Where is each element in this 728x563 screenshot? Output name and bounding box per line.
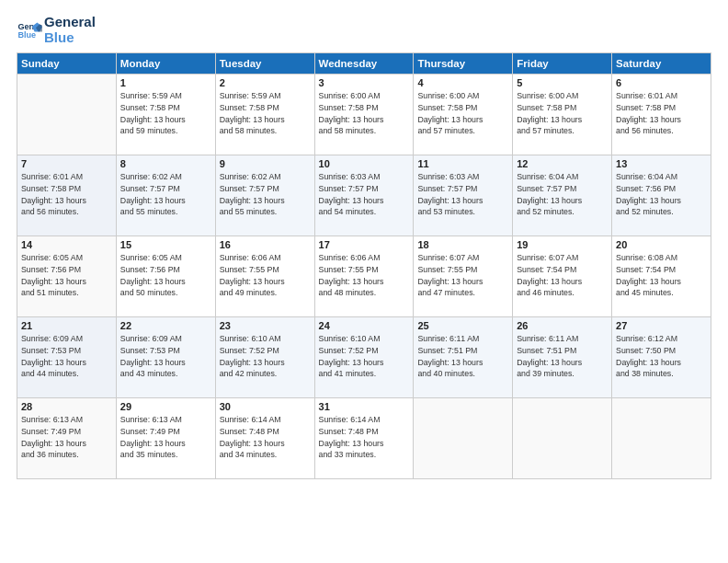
day-number: 11 xyxy=(417,158,508,169)
day-info: Sunrise: 6:12 AMSunset: 7:50 PMDaylight:… xyxy=(616,333,707,380)
calendar-cell: 9Sunrise: 6:02 AMSunset: 7:57 PMDaylight… xyxy=(215,155,314,236)
calendar-cell: 19Sunrise: 6:07 AMSunset: 7:54 PMDayligh… xyxy=(513,236,612,317)
day-number: 31 xyxy=(319,401,410,412)
calendar-week-row: 7Sunrise: 6:01 AMSunset: 7:58 PMDaylight… xyxy=(17,155,711,236)
day-number: 10 xyxy=(319,158,410,169)
day-info: Sunrise: 6:02 AMSunset: 7:57 PMDaylight:… xyxy=(220,171,311,218)
day-number: 18 xyxy=(417,239,508,250)
day-number: 7 xyxy=(21,158,112,169)
logo-icon: General Blue xyxy=(17,17,42,43)
calendar-cell: 24Sunrise: 6:10 AMSunset: 7:52 PMDayligh… xyxy=(314,317,414,398)
day-info: Sunrise: 5:59 AMSunset: 7:58 PMDaylight:… xyxy=(120,90,211,137)
weekday-header-saturday: Saturday xyxy=(612,53,711,75)
calendar-cell: 18Sunrise: 6:07 AMSunset: 7:55 PMDayligh… xyxy=(414,236,513,317)
calendar-cell: 4Sunrise: 6:00 AMSunset: 7:58 PMDaylight… xyxy=(414,75,513,155)
day-number: 23 xyxy=(220,320,311,331)
calendar-week-row: 1Sunrise: 5:59 AMSunset: 7:58 PMDaylight… xyxy=(17,75,711,155)
day-info: Sunrise: 6:10 AMSunset: 7:52 PMDaylight:… xyxy=(220,333,311,380)
day-number: 2 xyxy=(220,77,311,88)
day-number: 24 xyxy=(319,320,410,331)
calendar-cell: 27Sunrise: 6:12 AMSunset: 7:50 PMDayligh… xyxy=(612,317,711,398)
calendar-cell: 12Sunrise: 6:04 AMSunset: 7:57 PMDayligh… xyxy=(513,155,612,236)
day-info: Sunrise: 6:11 AMSunset: 7:51 PMDaylight:… xyxy=(517,333,608,380)
calendar-cell xyxy=(17,75,117,155)
day-info: Sunrise: 6:10 AMSunset: 7:52 PMDaylight:… xyxy=(319,333,410,380)
day-number: 25 xyxy=(417,320,508,331)
calendar-cell xyxy=(513,398,612,479)
calendar-cell: 30Sunrise: 6:14 AMSunset: 7:48 PMDayligh… xyxy=(215,398,314,479)
weekday-header-wednesday: Wednesday xyxy=(314,53,414,75)
calendar-cell: 7Sunrise: 6:01 AMSunset: 7:58 PMDaylight… xyxy=(17,155,117,236)
day-info: Sunrise: 6:09 AMSunset: 7:53 PMDaylight:… xyxy=(21,333,112,380)
day-number: 22 xyxy=(120,320,211,331)
day-number: 26 xyxy=(517,320,608,331)
calendar-cell: 29Sunrise: 6:13 AMSunset: 7:49 PMDayligh… xyxy=(116,398,215,479)
day-info: Sunrise: 6:00 AMSunset: 7:58 PMDaylight:… xyxy=(319,90,410,137)
day-info: Sunrise: 6:02 AMSunset: 7:57 PMDaylight:… xyxy=(120,171,211,218)
calendar-cell: 16Sunrise: 6:06 AMSunset: 7:55 PMDayligh… xyxy=(215,236,314,317)
day-number: 16 xyxy=(220,239,311,250)
weekday-header-row: SundayMondayTuesdayWednesdayThursdayFrid… xyxy=(17,53,711,75)
day-info: Sunrise: 6:00 AMSunset: 7:58 PMDaylight:… xyxy=(417,90,508,137)
weekday-header-monday: Monday xyxy=(116,53,215,75)
day-info: Sunrise: 6:01 AMSunset: 7:58 PMDaylight:… xyxy=(616,90,707,137)
calendar-cell: 8Sunrise: 6:02 AMSunset: 7:57 PMDaylight… xyxy=(116,155,215,236)
day-info: Sunrise: 6:14 AMSunset: 7:48 PMDaylight:… xyxy=(319,414,410,461)
weekday-header-thursday: Thursday xyxy=(414,53,513,75)
calendar-week-row: 21Sunrise: 6:09 AMSunset: 7:53 PMDayligh… xyxy=(17,317,711,398)
day-number: 29 xyxy=(120,401,211,412)
calendar-cell: 31Sunrise: 6:14 AMSunset: 7:48 PMDayligh… xyxy=(314,398,414,479)
day-info: Sunrise: 6:03 AMSunset: 7:57 PMDaylight:… xyxy=(417,171,508,218)
calendar-cell: 10Sunrise: 6:03 AMSunset: 7:57 PMDayligh… xyxy=(314,155,414,236)
day-info: Sunrise: 6:14 AMSunset: 7:48 PMDaylight:… xyxy=(220,414,311,461)
weekday-header-tuesday: Tuesday xyxy=(215,53,314,75)
calendar-cell: 14Sunrise: 6:05 AMSunset: 7:56 PMDayligh… xyxy=(17,236,117,317)
calendar-cell: 15Sunrise: 6:05 AMSunset: 7:56 PMDayligh… xyxy=(116,236,215,317)
day-info: Sunrise: 6:13 AMSunset: 7:49 PMDaylight:… xyxy=(21,414,112,461)
weekday-header-friday: Friday xyxy=(513,53,612,75)
calendar-cell: 20Sunrise: 6:08 AMSunset: 7:54 PMDayligh… xyxy=(612,236,711,317)
calendar-cell: 13Sunrise: 6:04 AMSunset: 7:56 PMDayligh… xyxy=(612,155,711,236)
calendar-cell: 21Sunrise: 6:09 AMSunset: 7:53 PMDayligh… xyxy=(17,317,117,398)
day-number: 17 xyxy=(319,239,410,250)
day-number: 20 xyxy=(616,239,707,250)
day-number: 15 xyxy=(120,239,211,250)
calendar-cell: 17Sunrise: 6:06 AMSunset: 7:55 PMDayligh… xyxy=(314,236,414,317)
weekday-header-sunday: Sunday xyxy=(17,53,117,75)
calendar-table: SundayMondayTuesdayWednesdayThursdayFrid… xyxy=(17,52,711,479)
day-number: 19 xyxy=(517,239,608,250)
day-info: Sunrise: 6:11 AMSunset: 7:51 PMDaylight:… xyxy=(417,333,508,380)
day-info: Sunrise: 6:04 AMSunset: 7:57 PMDaylight:… xyxy=(517,171,608,218)
day-info: Sunrise: 6:05 AMSunset: 7:56 PMDaylight:… xyxy=(21,252,112,299)
day-number: 13 xyxy=(616,158,707,169)
day-number: 3 xyxy=(319,77,410,88)
day-info: Sunrise: 5:59 AMSunset: 7:58 PMDaylight:… xyxy=(220,90,311,137)
day-info: Sunrise: 6:08 AMSunset: 7:54 PMDaylight:… xyxy=(616,252,707,299)
day-number: 6 xyxy=(616,77,707,88)
calendar-cell: 25Sunrise: 6:11 AMSunset: 7:51 PMDayligh… xyxy=(414,317,513,398)
calendar-cell: 26Sunrise: 6:11 AMSunset: 7:51 PMDayligh… xyxy=(513,317,612,398)
day-number: 9 xyxy=(220,158,311,169)
day-info: Sunrise: 6:07 AMSunset: 7:55 PMDaylight:… xyxy=(417,252,508,299)
day-number: 14 xyxy=(21,239,112,250)
calendar-week-row: 28Sunrise: 6:13 AMSunset: 7:49 PMDayligh… xyxy=(17,398,711,479)
page-header: General Blue General Blue xyxy=(17,15,711,45)
calendar-cell: 11Sunrise: 6:03 AMSunset: 7:57 PMDayligh… xyxy=(414,155,513,236)
calendar-cell: 1Sunrise: 5:59 AMSunset: 7:58 PMDaylight… xyxy=(116,75,215,155)
day-number: 8 xyxy=(120,158,211,169)
day-number: 30 xyxy=(220,401,311,412)
calendar-cell: 3Sunrise: 6:00 AMSunset: 7:58 PMDaylight… xyxy=(314,75,414,155)
calendar-cell: 23Sunrise: 6:10 AMSunset: 7:52 PMDayligh… xyxy=(215,317,314,398)
calendar-cell xyxy=(414,398,513,479)
day-number: 5 xyxy=(517,77,608,88)
calendar-cell: 6Sunrise: 6:01 AMSunset: 7:58 PMDaylight… xyxy=(612,75,711,155)
day-info: Sunrise: 6:06 AMSunset: 7:55 PMDaylight:… xyxy=(319,252,410,299)
logo-text-line2: Blue xyxy=(44,30,96,46)
day-number: 28 xyxy=(21,401,112,412)
calendar-cell: 28Sunrise: 6:13 AMSunset: 7:49 PMDayligh… xyxy=(17,398,117,479)
day-info: Sunrise: 6:00 AMSunset: 7:58 PMDaylight:… xyxy=(517,90,608,137)
day-number: 4 xyxy=(417,77,508,88)
calendar-cell: 5Sunrise: 6:00 AMSunset: 7:58 PMDaylight… xyxy=(513,75,612,155)
day-info: Sunrise: 6:13 AMSunset: 7:49 PMDaylight:… xyxy=(120,414,211,461)
calendar-cell: 2Sunrise: 5:59 AMSunset: 7:58 PMDaylight… xyxy=(215,75,314,155)
